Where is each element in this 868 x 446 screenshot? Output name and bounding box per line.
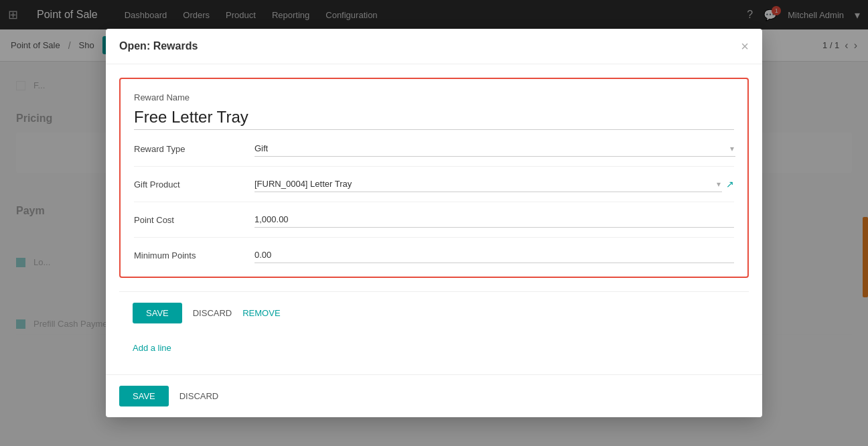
gift-product-label: Gift Product	[134, 179, 255, 190]
point-cost-input[interactable]	[255, 212, 734, 228]
minimum-points-label: Minimum Points	[134, 250, 255, 261]
reward-type-value: Gift ▾	[255, 141, 734, 157]
modal-overlay: Open: Rewards × Reward Name Reward Type …	[0, 0, 868, 348]
reward-type-select[interactable]: Gift	[255, 141, 735, 157]
reward-type-row: Reward Type Gift ▾	[134, 141, 734, 167]
form-discard-button[interactable]: DISCARD	[193, 308, 232, 318]
form-save-button[interactable]: SAVE	[133, 303, 182, 323]
point-cost-row: Point Cost	[134, 212, 734, 238]
reward-name-input[interactable]	[134, 105, 734, 130]
reward-name-group: Reward Name	[134, 92, 734, 130]
add-line-area: Add a line	[119, 334, 749, 348]
minimum-points-row: Minimum Points	[134, 247, 734, 263]
rewards-modal: Open: Rewards × Reward Name Reward Type …	[106, 29, 762, 348]
gift-product-external-link-icon[interactable]: ↗	[726, 179, 734, 190]
form-actions: SAVE DISCARD REMOVE	[119, 291, 749, 334]
minimum-points-value	[255, 247, 734, 263]
modal-body: Reward Name Reward Type Gift ▾ Gift Pro	[106, 64, 762, 348]
add-line-button[interactable]: Add a line	[133, 343, 171, 348]
reward-form-card: Reward Name Reward Type Gift ▾ Gift Pro	[119, 78, 749, 278]
gift-product-row: Gift Product [FURN_0004] Letter Tray ▾ ↗	[134, 176, 734, 202]
minimum-points-input[interactable]	[255, 247, 734, 263]
reward-name-label: Reward Name	[134, 92, 734, 102]
reward-type-arrow-icon: ▾	[730, 144, 734, 153]
point-cost-value	[255, 212, 734, 228]
modal-close-button[interactable]: ×	[741, 40, 749, 53]
gift-product-select[interactable]: [FURN_0004] Letter Tray	[255, 176, 722, 192]
gift-product-value: [FURN_0004] Letter Tray ▾ ↗	[255, 176, 734, 192]
point-cost-label: Point Cost	[134, 215, 255, 225]
modal-title: Open: Rewards	[119, 40, 198, 52]
modal-header: Open: Rewards ×	[106, 29, 762, 64]
form-remove-button[interactable]: REMOVE	[242, 308, 280, 318]
reward-type-label: Reward Type	[134, 144, 255, 154]
gift-product-arrow-icon: ▾	[717, 179, 721, 189]
